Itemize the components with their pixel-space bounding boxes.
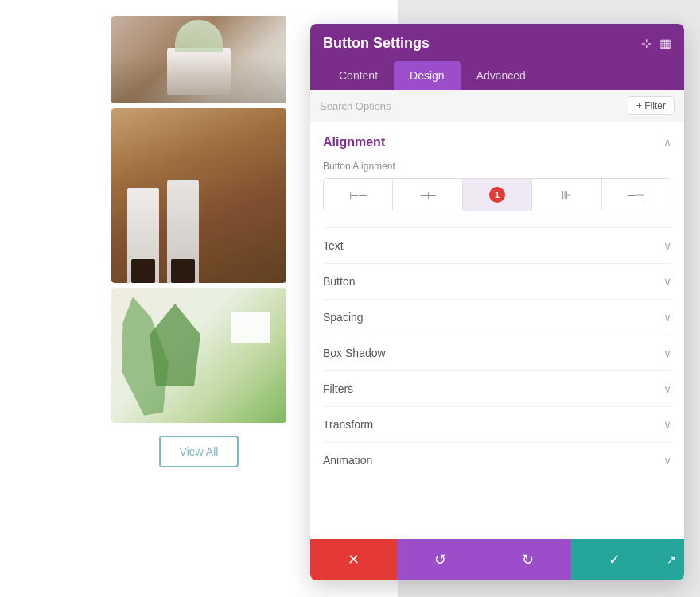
filters-section: Filters ∨: [323, 370, 671, 406]
align-center-left-icon: ─⊢: [421, 188, 435, 201]
animation-chevron-icon: ∨: [663, 454, 671, 467]
box-shadow-chevron-icon: ∨: [663, 347, 671, 359]
save-icon: ✓: [609, 551, 620, 568]
button-alignment-label: Button Alignment: [323, 161, 671, 172]
button-section: Button ∨: [323, 263, 671, 299]
view-all-button[interactable]: View All: [111, 436, 286, 467]
search-bar: Search Options + Filter: [310, 90, 684, 122]
align-center-right-icon: ⊪: [562, 188, 571, 201]
spacing-chevron-icon: ∨: [663, 311, 671, 324]
filter-button[interactable]: + Filter: [628, 96, 675, 115]
spacing-section: Spacing ∨: [323, 299, 671, 335]
alignment-collapse-icon[interactable]: ∧: [663, 136, 671, 149]
animation-section-title: Animation: [323, 454, 372, 467]
align-center-left-button[interactable]: ─⊢: [393, 179, 462, 211]
undo-icon: ↺: [434, 551, 446, 568]
transform-chevron-icon: ∨: [663, 418, 671, 431]
panel-header-icons: ⊹ ▦: [641, 36, 671, 51]
search-placeholder: Search Options: [320, 100, 391, 112]
spacing-section-title: Spacing: [323, 311, 364, 324]
preview-image-3: [111, 288, 286, 423]
transform-section: Transform ∨: [323, 406, 671, 442]
panel-tabs: Content Design Advanced: [323, 61, 671, 90]
button-section-header[interactable]: Button ∨: [323, 275, 671, 288]
undo-button[interactable]: ↺: [397, 539, 484, 580]
alignment-section: Alignment ∧ Button Alignment ⊢─ ─⊢ 1: [323, 135, 671, 211]
panel-header: Button Settings ⊹ ▦ Content Design Advan…: [310, 24, 684, 90]
box-shadow-section-title: Box Shadow: [323, 347, 386, 359]
tab-advanced[interactable]: Advanced: [461, 61, 542, 90]
align-center-button[interactable]: 1: [463, 179, 532, 211]
box-shadow-section-header[interactable]: Box Shadow ∨: [323, 347, 671, 359]
save-button[interactable]: ✓: [571, 539, 658, 580]
filters-section-title: Filters: [323, 382, 353, 395]
animation-section: Animation ∨: [323, 442, 671, 478]
align-center-badge: 1: [489, 187, 505, 203]
cancel-button[interactable]: ✕: [310, 539, 397, 580]
alignment-options: ⊢─ ─⊢ 1 ⊪ ─⊣: [323, 178, 671, 211]
transform-section-header[interactable]: Transform ∨: [323, 418, 671, 431]
bottom-toolbar: ✕ ↺ ↻ ✓ ↗: [310, 539, 684, 580]
history-button[interactable]: ↗: [658, 539, 684, 580]
text-section-title: Text: [323, 239, 344, 252]
alignment-section-title: Alignment: [323, 135, 385, 149]
align-left-icon: ⊢─: [349, 188, 367, 201]
transform-section-title: Transform: [323, 418, 373, 431]
text-section: Text ∨: [323, 227, 671, 263]
align-left-button[interactable]: ⊢─: [324, 179, 393, 211]
tab-content[interactable]: Content: [323, 61, 394, 90]
align-center-right-button[interactable]: ⊪: [532, 179, 601, 211]
preview-image-1: [111, 16, 286, 103]
cancel-icon: ✕: [348, 551, 360, 568]
text-section-header[interactable]: Text ∨: [323, 239, 671, 252]
collapsible-sections: Text ∨ Button ∨ Spacing ∨ Box Shadow: [323, 227, 671, 478]
tab-design[interactable]: Design: [394, 61, 461, 90]
filters-chevron-icon: ∨: [663, 382, 671, 395]
panel-content: Alignment ∧ Button Alignment ⊢─ ─⊢ 1: [310, 122, 684, 539]
filters-section-header[interactable]: Filters ∨: [323, 382, 671, 395]
redo-icon: ↻: [522, 551, 534, 568]
button-chevron-icon: ∨: [663, 275, 671, 288]
text-chevron-icon: ∨: [663, 239, 671, 252]
grid-icon[interactable]: ▦: [659, 36, 671, 51]
settings-panel: Button Settings ⊹ ▦ Content Design Advan…: [310, 24, 684, 580]
preview-image-2: [111, 108, 286, 283]
history-icon: ↗: [667, 553, 676, 566]
align-right-button[interactable]: ─⊣: [602, 179, 671, 211]
spacing-section-header[interactable]: Spacing ∨: [323, 311, 671, 324]
redo-button[interactable]: ↻: [484, 539, 571, 580]
view-all-btn-text[interactable]: View All: [159, 436, 239, 467]
button-section-title: Button: [323, 275, 355, 288]
panel-title: Button Settings: [323, 35, 430, 52]
align-right-icon: ─⊣: [628, 188, 645, 201]
box-shadow-section: Box Shadow ∨: [323, 335, 671, 370]
target-icon[interactable]: ⊹: [641, 36, 651, 51]
animation-section-header[interactable]: Animation ∨: [323, 454, 671, 467]
